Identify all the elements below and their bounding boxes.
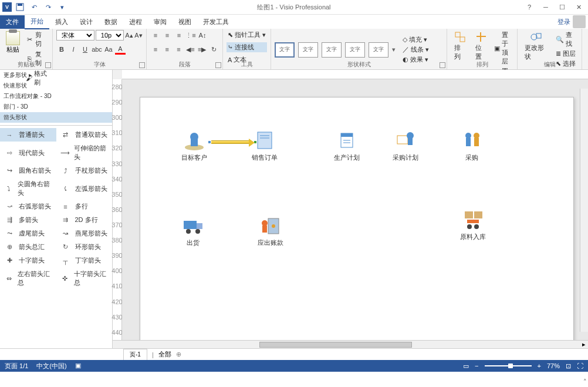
rotate-text-button[interactable]: ↻ [208,44,219,55]
stencil-shape[interactable]: →普通箭头 [0,128,56,142]
stencil-shape[interactable]: ⤵尖圆角右箭头 [0,177,56,200]
stencil-shape[interactable]: ⤴手杖形箭头 [56,164,113,177]
drawing-page[interactable]: 目标客户销售订单生产计划采购计划采购出货应出账款原料入库 [140,97,574,340]
zoom-level[interactable]: 77% [547,362,560,369]
stencil-shape[interactable]: ⊕箭头总汇 [0,240,56,254]
align-center-button[interactable]: ≡ [162,44,173,55]
close-button[interactable]: ✕ [572,1,586,13]
zoom-out-button[interactable]: − [475,362,478,369]
increase-indent-button[interactable]: ≡▶ [197,44,207,55]
tab-file[interactable]: 文件 [0,15,25,29]
stencil-shape[interactable]: ┬丁字箭头 [56,254,113,267]
paragraph-dialog-launcher[interactable] [215,62,221,68]
undo-button[interactable]: ↶ [28,1,40,13]
italic-button[interactable]: I [68,44,79,55]
presentation-mode-button[interactable]: ▭ [463,362,469,370]
stencil-shape[interactable]: ⇶多箭头 [0,213,56,227]
all-pages-button[interactable]: 全部 [158,350,171,359]
tab-process[interactable]: 进程 [123,15,148,29]
stencil-shape[interactable]: ✜十字箭头汇总 [56,267,113,290]
shape-category[interactable]: 箭头形状 [0,112,112,123]
connector-arrow[interactable] [209,140,251,144]
gallery-more-button[interactable]: ▾ [392,46,396,53]
diagram-shape[interactable]: 采购计划 [393,130,418,162]
tab-dev[interactable]: 开发工具 [197,15,235,29]
stencil-shape[interactable]: ⇄普通双箭头 [56,128,113,142]
tab-view[interactable]: 视图 [173,15,197,29]
paste-button[interactable]: 粘贴 [4,30,22,88]
font-color-button[interactable]: A [115,44,126,55]
tab-insert[interactable]: 插入 [49,15,74,29]
style-preset-5[interactable]: 文字 [369,42,388,58]
stencil-shape[interactable]: ↝燕尾形箭头 [56,227,113,240]
find-button[interactable]: 🔍查找 [555,30,578,49]
clipboard-dialog-launcher[interactable] [45,62,51,68]
diagram-shape[interactable]: 销售订单 [252,130,278,162]
stencil-shape[interactable]: ⇨现代箭头 [0,142,56,164]
horizontal-scrollbar[interactable]: ▸ [113,340,588,348]
stencil-shape[interactable]: ⤳虚尾箭头 [0,227,56,240]
user-avatar[interactable] [573,15,586,28]
diagram-shape[interactable]: 出货 [181,215,205,247]
decrease-indent-button[interactable]: ◀≡ [185,44,195,55]
shrink-font-button[interactable]: A▾ [134,30,143,41]
record-macro-icon[interactable]: ▣ [75,362,81,371]
connector-tool-button[interactable]: ⤷连接线 [227,42,267,52]
shape-style-gallery[interactable]: 文字 文字 文字 文字 文字 ▾ [275,42,396,58]
stencil-shape[interactable]: ✚十字箭头 [0,254,56,267]
align-bottom-button[interactable]: ≡ [174,30,184,41]
stencil-shape[interactable]: ⇉2D 多行 [56,213,113,227]
line-button[interactable]: ／线条▾ [401,45,430,55]
redo-button[interactable]: ↷ [42,1,54,13]
strike-button[interactable]: abc [92,44,102,55]
pointer-tool-button[interactable]: ⬉指针工具▾ [227,30,267,40]
login-link[interactable]: 登录 [557,18,570,26]
page-tab-1[interactable]: 页-1 [123,349,147,360]
stencil-shape[interactable]: ↻环形箭头 [56,240,113,254]
add-page-button[interactable]: ⊕ [176,351,181,358]
diagram-shape[interactable]: 应出账款 [258,215,283,247]
style-preset-1[interactable]: 文字 [275,42,295,58]
diagram-shape[interactable]: 生产计划 [334,130,360,162]
fullscreen-button[interactable]: ⛶ [577,362,583,369]
fit-window-button[interactable]: ⊡ [566,362,571,370]
underline-button[interactable]: U [80,44,90,55]
language-indicator[interactable]: 中文(中国) [36,362,66,371]
text-case-button[interactable]: Aa [103,44,114,55]
page-indicator[interactable]: 页面 1/1 [5,362,28,371]
help-button[interactable]: ? [522,1,536,13]
save-button[interactable] [14,1,26,13]
style-preset-4[interactable]: 文字 [345,42,365,58]
stencil-shape[interactable]: ⟶可伸缩的箭头 [56,142,113,164]
shape-category[interactable]: 工作流程对象 - 3D [0,91,112,102]
style-preset-3[interactable]: 文字 [322,42,342,58]
font-size-select[interactable]: 10pt [96,30,124,41]
shape-category[interactable]: 部门 - 3D [0,102,112,112]
maximize-button[interactable]: ☐ [555,1,569,13]
zoom-in-button[interactable]: + [538,362,541,369]
stencil-shape[interactable]: ⤻右弧形箭头 [0,200,56,213]
font-dialog-launcher[interactable] [139,62,145,68]
bold-button[interactable]: B [56,44,67,55]
tab-data[interactable]: 数据 [99,15,123,29]
diagram-shape[interactable]: 采购 [460,130,484,162]
stencil-shape[interactable]: ↪圆角右箭头 [0,164,56,177]
stencil-shape[interactable]: ⤹左弧形箭头 [56,177,113,200]
diagram-shape[interactable]: 原料入库 [460,209,486,241]
bullets-button[interactable]: ⋮≡ [185,30,196,41]
vertical-scrollbar[interactable] [580,89,588,332]
tab-home[interactable]: 开始 [25,15,49,29]
stencil-shape[interactable]: ≡多行 [56,200,113,213]
diagram-shape[interactable]: 目标客户 [181,130,207,162]
collapse-ribbon-button[interactable]: ˄ [583,378,587,386]
stencil-shape[interactable]: ⇔左右箭头汇总 [0,267,56,290]
minimize-button[interactable]: ─ [539,1,553,13]
grow-font-button[interactable]: A▴ [125,30,133,41]
align-right-button[interactable]: ≡ [174,44,184,55]
font-name-select[interactable]: 宋体 [56,30,94,41]
text-direction-button[interactable]: A↕ [197,30,208,41]
style-preset-2[interactable]: 文字 [298,42,318,58]
fill-button[interactable]: ◇填充▾ [401,35,430,45]
qat-customize[interactable]: ▾ [56,1,68,13]
layers-button[interactable]: ≣图层 [555,49,578,59]
